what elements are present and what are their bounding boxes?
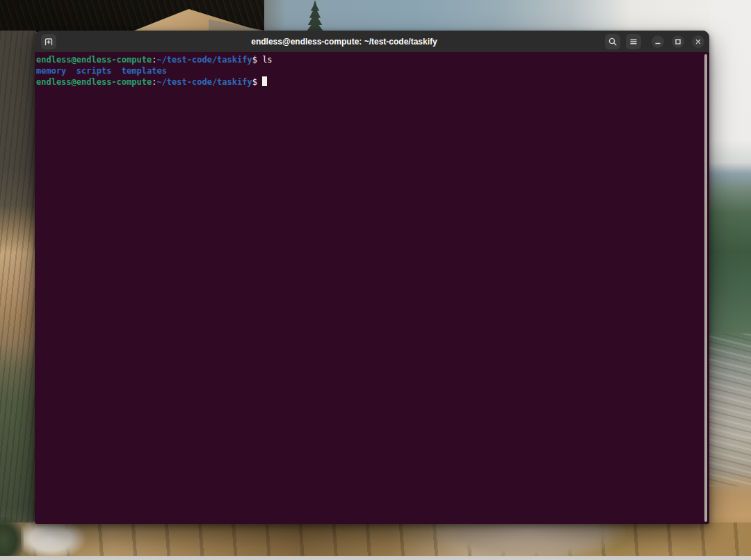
terminal-text-segment: ~/test-code/taskify xyxy=(156,55,252,65)
wallpaper-rocks-texture xyxy=(709,333,751,486)
maximize-button[interactable] xyxy=(672,35,684,48)
new-tab-button[interactable] xyxy=(41,34,56,49)
close-button[interactable] xyxy=(692,35,704,48)
wallpaper-white-sculpture xyxy=(21,521,87,560)
terminal-line: endless@endless-compute:~/test-code/task… xyxy=(36,76,704,88)
terminal-text-segment: endless@endless-compute xyxy=(36,77,152,87)
wallpaper-wood-planks xyxy=(0,522,751,560)
minimize-button[interactable] xyxy=(652,35,664,48)
terminal-text-segment: ~/test-code/taskify xyxy=(156,77,252,87)
terminal-lines[interactable]: endless@endless-compute:~/test-code/task… xyxy=(35,52,709,524)
search-button[interactable] xyxy=(605,34,620,49)
new-tab-icon xyxy=(44,37,54,47)
terminal-line: endless@endless-compute:~/test-code/task… xyxy=(36,55,704,66)
terminal-window: endless@endless-compute: ~/test-code/tas… xyxy=(35,31,709,524)
terminal-text-segment: templates xyxy=(122,66,167,76)
terminal-text-segment: endless@endless-compute xyxy=(36,55,152,65)
terminal-text-segment: $ xyxy=(252,55,262,65)
terminal-text-segment xyxy=(111,66,121,76)
terminal-text-segment: scripts xyxy=(76,66,112,76)
wallpaper-boulder xyxy=(431,521,626,560)
wallpaper-hut-left-texture xyxy=(0,31,36,560)
hamburger-menu-icon xyxy=(629,37,638,47)
menu-button[interactable] xyxy=(626,34,641,49)
screen-bottom-edge xyxy=(0,556,751,560)
terminal-cursor xyxy=(262,76,267,86)
window-header-bar[interactable]: endless@endless-compute: ~/test-code/tas… xyxy=(35,31,709,52)
search-icon xyxy=(608,37,617,47)
terminal-scrollbar[interactable] xyxy=(704,54,707,522)
maximize-icon xyxy=(674,38,682,46)
minimize-icon xyxy=(654,38,662,46)
close-icon xyxy=(694,38,702,46)
terminal-text-segment: ls xyxy=(262,55,272,65)
window-title: endless@endless-compute: ~/test-code/tas… xyxy=(118,37,570,47)
terminal-text-segment xyxy=(66,66,76,76)
terminal-text-segment: memory xyxy=(36,66,66,76)
wallpaper-plant xyxy=(0,517,24,560)
desktop: endless@endless-compute: ~/test-code/tas… xyxy=(0,0,751,560)
terminal-text-segment: $ xyxy=(252,77,262,87)
terminal-line: memory scripts templates xyxy=(36,66,704,77)
